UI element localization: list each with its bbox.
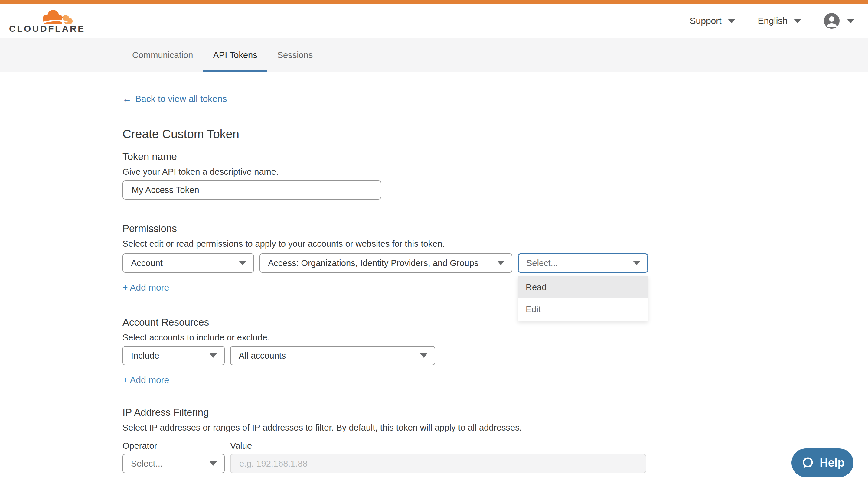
tab-api-tokens[interactable]: API Tokens [203, 38, 267, 72]
support-menu-label: Support [690, 16, 722, 26]
token-name-input[interactable] [123, 180, 381, 200]
permissions-description: Select edit or read permissions to apply… [123, 238, 868, 249]
access-select-wrap: Select... Read Edit [518, 253, 648, 273]
account-resources-description: Select accounts to include or exclude. [123, 332, 868, 343]
cloudflare-logo[interactable]: CLOUDFLARE [9, 8, 74, 33]
chevron-down-icon [420, 353, 427, 358]
include-exclude-value: Include [131, 351, 159, 361]
user-avatar-icon [824, 13, 840, 29]
account-resources-heading: Account Resources [123, 316, 868, 328]
include-exclude-select[interactable]: Include [123, 346, 225, 365]
permission-group-value: Access: Organizations, Identity Provider… [268, 258, 478, 268]
header-nav: Support English [690, 13, 855, 29]
account-resources-section: Account Resources Select accounts to inc… [123, 316, 868, 385]
permission-scope-value: Account [131, 258, 163, 268]
ip-filtering-section: IP Address Filtering Select IP addresses… [123, 407, 868, 473]
access-level-select[interactable]: Select... [518, 253, 648, 273]
chevron-down-icon [497, 261, 504, 265]
cloudflare-wordmark: CLOUDFLARE [9, 24, 85, 33]
permissions-section: Permissions Select edit or read permissi… [123, 223, 868, 293]
tabbar: Communication API Tokens Sessions [0, 38, 868, 72]
chevron-down-icon [239, 261, 246, 265]
token-name-heading: Token name [123, 151, 868, 163]
permissions-heading: Permissions [123, 223, 868, 235]
help-button[interactable]: Help [792, 448, 854, 477]
permissions-row: Account Access: Organizations, Identity … [123, 253, 868, 273]
operator-label: Operator [123, 441, 230, 451]
chevron-down-icon [210, 353, 217, 358]
back-arrow-icon: ← [123, 94, 131, 104]
access-level-value: Select... [526, 258, 558, 268]
token-name-section: Token name Give your API token a descrip… [123, 151, 868, 200]
value-label: Value [230, 441, 252, 451]
header: CLOUDFLARE Support English [0, 4, 868, 38]
chat-bubble-icon [800, 456, 815, 470]
support-menu[interactable]: Support [690, 16, 736, 26]
tab-communication[interactable]: Communication [122, 38, 203, 72]
language-menu-label: English [758, 16, 787, 26]
ip-filtering-labels: Operator Value [123, 441, 868, 451]
cloudflare-cloud-icon [37, 8, 74, 25]
chevron-down-icon [728, 19, 736, 23]
help-button-label: Help [819, 456, 844, 469]
back-link-label: Back to view all tokens [135, 94, 227, 104]
top-accent-bar [0, 0, 868, 4]
back-to-tokens-link[interactable]: ← Back to view all tokens [123, 94, 227, 104]
chevron-down-icon [794, 19, 802, 23]
ip-filtering-row: Select... [123, 454, 868, 473]
chevron-down-icon [210, 461, 217, 466]
account-resources-row: Include All accounts [123, 346, 868, 365]
permissions-add-more-link[interactable]: + Add more [123, 282, 169, 293]
language-menu[interactable]: English [758, 16, 802, 26]
accounts-select[interactable]: All accounts [230, 346, 435, 365]
account-resources-add-more-link[interactable]: + Add more [123, 375, 169, 385]
chevron-down-icon [847, 19, 855, 23]
tab-sessions[interactable]: Sessions [267, 38, 323, 72]
account-menu[interactable] [824, 13, 855, 29]
permission-scope-select[interactable]: Account [123, 253, 254, 273]
token-name-description: Give your API token a descriptive name. [123, 166, 868, 177]
menu-item-edit[interactable]: Edit [518, 298, 648, 321]
accounts-value: All accounts [239, 351, 286, 361]
ip-filtering-description: Select IP addresses or ranges of IP addr… [123, 422, 868, 433]
operator-value: Select... [131, 459, 163, 469]
page-title: Create Custom Token [123, 127, 868, 141]
permission-group-select[interactable]: Access: Organizations, Identity Provider… [259, 253, 512, 273]
menu-item-read[interactable]: Read [518, 277, 648, 298]
ip-filtering-heading: IP Address Filtering [123, 407, 868, 418]
access-level-dropdown-menu: Read Edit [518, 276, 648, 321]
chevron-down-icon [633, 261, 640, 265]
operator-select[interactable]: Select... [123, 454, 225, 473]
ip-value-input[interactable] [230, 454, 646, 473]
main-content: ← Back to view all tokens Create Custom … [0, 72, 868, 473]
